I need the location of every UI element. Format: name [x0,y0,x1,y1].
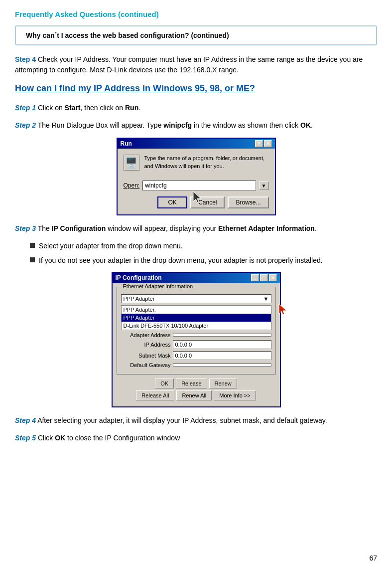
page-header: Frequently Asked Questions (continued) [15,10,377,18]
step4-label: Step 4 [15,55,36,63]
ip-address-label: IP Address [121,342,171,348]
step1-label: Step 1 [15,104,36,112]
bullet-square-1 [30,243,35,248]
page-number: 67 [369,554,377,562]
ip-buttons-row2: Release All Renew All More Info >> [117,390,276,400]
step4b-block: Step 4 After selecting your adapter, it … [15,415,377,426]
ip-dropdown-item-0[interactable]: PPP Adapter. [122,306,271,314]
run-help-btn[interactable]: ? [255,140,263,147]
step1-block: Step 1 Click on Start, then click on Run… [15,103,377,113]
ip-gateway-label: Default Gateway [121,362,171,368]
step1-middle: , then click on [81,104,126,112]
step4-text: Check your IP Address. Your computer mus… [15,55,363,74]
ip-dialog-screenshot: IP Configuration _ □ ✕ Ethernet Adapter … [15,272,377,407]
ip-subnet-label: Subnet Mask [121,353,171,359]
run-input[interactable] [142,181,256,191]
run-open-label: Open: [124,182,140,189]
bullet-item-1: Select your adapter from the drop down m… [30,241,377,251]
ip-dropdown-arrow: ▼ [263,296,269,302]
step4-intro: Step 4 Check your IP Address. Your compu… [15,54,377,75]
step5-label: Step 5 [15,434,36,442]
step1-run: Run [125,104,138,112]
ip-selected-item: PPP Adapter [124,296,155,302]
step5-ok: OK [55,434,65,442]
step1-end: . [138,104,140,112]
step3-text: The [36,224,52,232]
ip-subnet-value: 0.0.0.0 [173,351,271,360]
bullet-list: Select your adapter from the drop down m… [30,241,377,266]
step4b-label: Step 4 [15,416,36,424]
section-box-title: Why can´t I access the web based configu… [26,31,229,39]
svg-marker-1 [279,304,286,315]
subheading: How can I find my IP Address in Windows … [15,82,377,95]
section-box: Why can´t I access the web based configu… [15,25,377,45]
step3-bold1: IP Configuration [52,224,106,232]
step3-bold2: Ethernet Adapter Information [218,224,315,232]
run-dialog-controls: ? ✕ [255,140,272,147]
run-close-btn[interactable]: ✕ [264,140,272,147]
step2-bold: winipcfg [163,121,192,129]
ip-adapter-addr-row: Adapter Address [121,332,271,338]
ip-adapter-label: Adapter Address [121,332,171,338]
step5-text: Click [36,434,55,442]
step3-label: Step 3 [15,224,36,232]
ip-dropdown-item-2[interactable]: D-Link DFE-550TX 10/100 Adapter [122,322,271,330]
run-browse-btn[interactable]: Browse... [228,196,268,208]
step3-text2: window will appear, displaying your [106,224,218,232]
step2-block: Step 2 The Run Dialogue Box will appear.… [15,120,377,131]
svg-marker-0 [193,191,201,202]
step2-end: . [311,121,313,129]
step2-text: The Run Dialogue Box will appear. Type [36,121,163,129]
ip-dialog-body: Ethernet Adapter Information PPP Adapter… [113,283,280,406]
bullet-text-2: If you do not see your adapter in the dr… [39,255,323,266]
ip-gateway-row: Default Gateway [121,362,271,368]
step3-end: . [315,224,317,232]
ip-cursor-icon [278,303,290,317]
ip-renew-btn[interactable]: Renew [209,379,237,388]
run-dialog-screenshot: Run ? ✕ 🖥️ Type the name of a program, f… [15,138,377,215]
ip-maximize-btn[interactable]: □ [260,274,268,281]
ip-gateway-value [173,364,271,367]
step5-text2: to close the IP Configuration window [65,434,180,442]
step1-start: Start [65,104,81,112]
ip-release-btn[interactable]: Release [176,379,207,388]
step5-block: Step 5 Click OK to close the IP Configur… [15,433,377,443]
ip-more-info-btn[interactable]: More Info >> [214,390,256,400]
ip-group-box: Ethernet Adapter Information PPP Adapter… [117,287,276,375]
run-dialog-body-text: Type the name of a program, folder, or d… [144,155,269,170]
run-ok-btn[interactable]: OK [157,196,187,208]
step2-text2: in the window as shown then click [192,121,300,129]
ip-renew-all-btn[interactable]: Renew All [176,390,212,400]
step1-text: Click on [36,104,65,112]
step2-ok: OK [300,121,311,129]
ip-dialog-title: IP Configuration [116,274,162,281]
cursor-icon [192,191,204,204]
ip-adapter-row: PPP Adapter ▼ [121,294,271,303]
run-dialog-body: 🖥️ Type the name of a program, folder, o… [118,149,275,177]
ip-dropdown-item-1[interactable]: PPP Adapter [122,314,271,322]
ip-minimize-btn[interactable]: _ [251,274,259,281]
step2-label: Step 2 [15,121,36,129]
run-dialog-icon: 🖥️ [124,155,139,171]
ip-buttons-row1: OK Release Renew [117,379,276,388]
ip-release-all-btn[interactable]: Release All [136,390,174,400]
ip-group-label: Ethernet Adapter Information [121,283,195,289]
ip-adapter-select[interactable]: PPP Adapter ▼ [121,294,271,303]
ip-dialog: IP Configuration _ □ ✕ Ethernet Adapter … [112,272,281,407]
ip-dialog-titlebar: IP Configuration _ □ ✕ [113,273,280,283]
ip-ok-btn[interactable]: OK [155,379,174,388]
step4b-text: After selecting your adapter, it will di… [36,416,327,424]
run-dropdown-arrow[interactable]: ▼ [259,182,269,190]
ip-dialog-controls: _ □ ✕ [251,274,277,281]
run-dialog-titlebar: Run ? ✕ [118,139,275,149]
bullet-square-2 [30,257,35,262]
ip-close-btn[interactable]: ✕ [269,274,277,281]
ip-dropdown-list: PPP Adapter. PPP Adapter D-Link DFE-550T… [121,305,271,330]
run-dialog-title: Run [121,140,132,147]
bullet-item-2: If you do not see your adapter in the dr… [30,255,377,266]
ip-subnet-row: Subnet Mask 0.0.0.0 [121,351,271,360]
step3-block: Step 3 The IP Configuration window will … [15,223,377,234]
ip-address-value: 0.0.0.0 [173,340,271,349]
ip-adapter-value [173,334,271,337]
ip-address-row: IP Address 0.0.0.0 [121,340,271,349]
